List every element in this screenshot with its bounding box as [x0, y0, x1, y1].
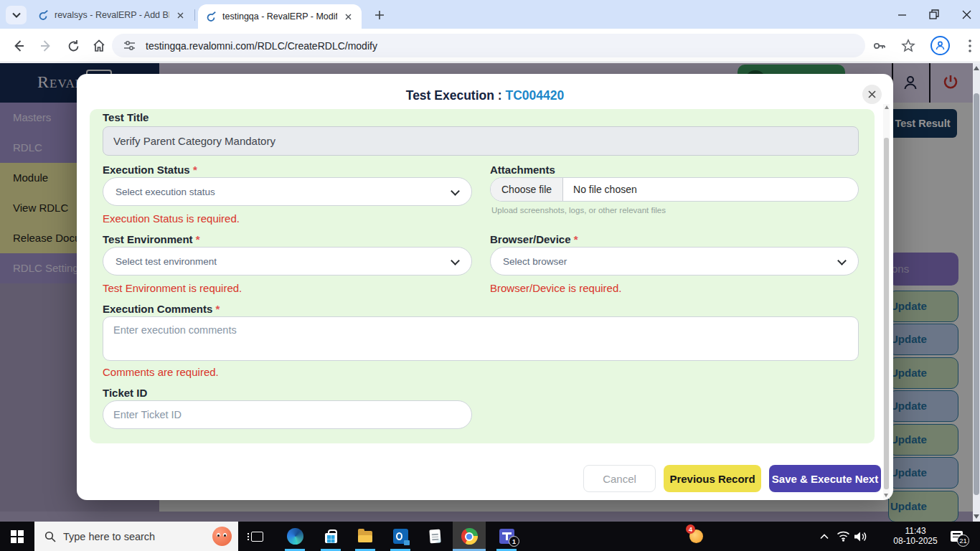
outlook-icon — [393, 529, 408, 544]
execution-status-error: Execution Status is required. — [103, 212, 240, 225]
address-bar[interactable]: testingqa.revalomni.com/RDLC/CreateRDLC/… — [112, 34, 865, 57]
weather-button[interactable]: 4 — [683, 522, 709, 551]
browser-tab-active[interactable]: testingqa - RevalERP - Modify B — [198, 4, 362, 29]
chrome-icon — [461, 528, 478, 545]
required-asterisk: * — [574, 233, 578, 245]
password-key-icon[interactable] — [871, 37, 888, 55]
chevron-down-icon — [12, 12, 21, 18]
minimize-button[interactable] — [886, 3, 918, 26]
new-tab-button[interactable] — [371, 6, 388, 24]
search-highlight-graphic[interactable] — [212, 527, 232, 546]
bookmark-star-icon[interactable] — [900, 37, 917, 55]
windows-start-icon — [11, 530, 24, 543]
browser-device-label: Browser/Device * — [490, 233, 578, 245]
page-scrollbar[interactable] — [973, 63, 980, 522]
outlook-button[interactable] — [384, 522, 417, 551]
scroll-up-icon[interactable] — [885, 105, 889, 109]
chevron-down-icon — [451, 187, 460, 196]
notification-count-badge: 21 — [957, 534, 969, 547]
volume-icon[interactable] — [851, 522, 871, 551]
edge-button[interactable] — [278, 522, 311, 551]
modal-title: Test Execution : TC004420 — [77, 88, 893, 103]
test-environment-label: Test Environment * — [103, 233, 200, 245]
menu-dots-icon[interactable] — [961, 37, 979, 55]
site-info-icon[interactable] — [123, 39, 136, 52]
task-view-button[interactable] — [240, 522, 273, 551]
scroll-down-icon[interactable] — [974, 514, 979, 519]
file-explorer-button[interactable] — [349, 522, 382, 551]
search-input[interactable] — [63, 531, 185, 542]
browser-tab-inactive[interactable]: revalsys - RevalERP - Add BRD D — [30, 5, 192, 25]
choose-file-button[interactable]: Choose file — [491, 178, 563, 201]
notepad-icon — [429, 529, 440, 543]
modal-form-panel — [90, 109, 875, 443]
browser-device-error: Browser/Device is required. — [490, 282, 621, 294]
chevron-down-icon — [837, 256, 847, 265]
taskbar: 1 4 30°C Mostly sunny ENG 11:43 08-10-20… — [0, 522, 980, 551]
forward-icon[interactable] — [37, 37, 55, 55]
test-execution-modal: Test Execution : TC004420 Test Title Exe… — [77, 74, 893, 500]
chrome-button[interactable] — [453, 522, 486, 551]
home-icon[interactable] — [90, 37, 108, 55]
attachments-label: Attachments — [490, 164, 555, 176]
chevron-down-icon — [451, 256, 460, 265]
scrollbar-thumb[interactable] — [884, 138, 889, 489]
url-text[interactable]: testingqa.revalomni.com/RDLC/CreateRDLC/… — [146, 40, 377, 52]
screen: revalsys - RevalERP - Add BRD D testingq… — [0, 0, 980, 551]
close-window-button[interactable] — [951, 3, 980, 26]
test-title-input[interactable] — [103, 126, 859, 156]
attachments-helper: Upload screenshots, logs, or other relev… — [491, 206, 666, 215]
cancel-button[interactable]: Cancel — [583, 465, 656, 492]
previous-record-button[interactable]: Previous Record — [664, 465, 761, 492]
required-asterisk: * — [193, 164, 197, 176]
notepad-button[interactable] — [418, 522, 451, 551]
close-icon[interactable] — [174, 9, 187, 22]
browser-titlebar: revalsys - RevalERP - Add BRD D testingq… — [0, 0, 980, 29]
taskbar-clock[interactable]: 11:43 08-10-2025 — [891, 526, 940, 546]
edge-icon — [287, 528, 303, 545]
tab-title: revalsys - RevalERP - Add BRD D — [55, 10, 169, 20]
clock-date: 08-10-2025 — [891, 536, 940, 546]
wifi-icon[interactable] — [834, 522, 852, 551]
profile-icon[interactable] — [930, 36, 950, 55]
revalerp-favicon — [37, 9, 49, 21]
weather-badge: 4 — [686, 524, 695, 534]
execution-status-label: Execution Status * — [103, 164, 197, 176]
execution-status-select[interactable]: Select execution status — [103, 177, 472, 206]
revalerp-favicon — [205, 11, 217, 22]
taskbar-search[interactable] — [34, 522, 238, 551]
ticket-id-input[interactable] — [103, 400, 472, 429]
required-asterisk: * — [196, 233, 200, 245]
modal-scrollbar[interactable] — [883, 104, 890, 499]
tray-expand-button[interactable] — [814, 522, 835, 551]
clock-time: 11:43 — [891, 526, 940, 536]
save-execute-next-button[interactable]: Save & Execute Next — [769, 465, 881, 492]
tab-search-button[interactable] — [6, 6, 27, 24]
back-icon[interactable] — [10, 37, 27, 55]
test-environment-error: Test Environment is required. — [103, 282, 242, 294]
maximize-button[interactable] — [918, 3, 950, 26]
reload-icon[interactable] — [65, 37, 82, 55]
scrollbar-thumb[interactable] — [974, 93, 979, 495]
attachments-file-input[interactable]: Choose file No file chosen — [490, 177, 859, 202]
test-title-label: Test Title — [103, 111, 149, 123]
task-view-icon — [251, 532, 263, 542]
scroll-up-icon[interactable] — [974, 66, 979, 70]
store-icon — [325, 533, 337, 543]
store-button[interactable] — [314, 522, 347, 551]
start-button[interactable] — [0, 522, 34, 551]
teams-button[interactable]: 1 — [489, 522, 524, 551]
comments-error: Comments are required. — [103, 366, 219, 378]
tab-divider — [194, 9, 195, 21]
ticket-id-label: Ticket ID — [103, 387, 147, 399]
test-case-id: TC004420 — [506, 88, 565, 103]
execution-comments-textarea[interactable] — [103, 316, 859, 361]
folder-icon — [358, 531, 372, 542]
browser-device-select[interactable]: Select browser — [490, 247, 859, 276]
test-environment-select[interactable]: Select test environment — [103, 247, 472, 276]
scroll-down-icon[interactable] — [884, 494, 888, 497]
teams-badge: 1 — [509, 536, 519, 547]
close-icon[interactable] — [341, 10, 354, 23]
modal-close-button[interactable] — [862, 85, 882, 104]
execution-comments-label: Execution Comments * — [103, 303, 220, 315]
